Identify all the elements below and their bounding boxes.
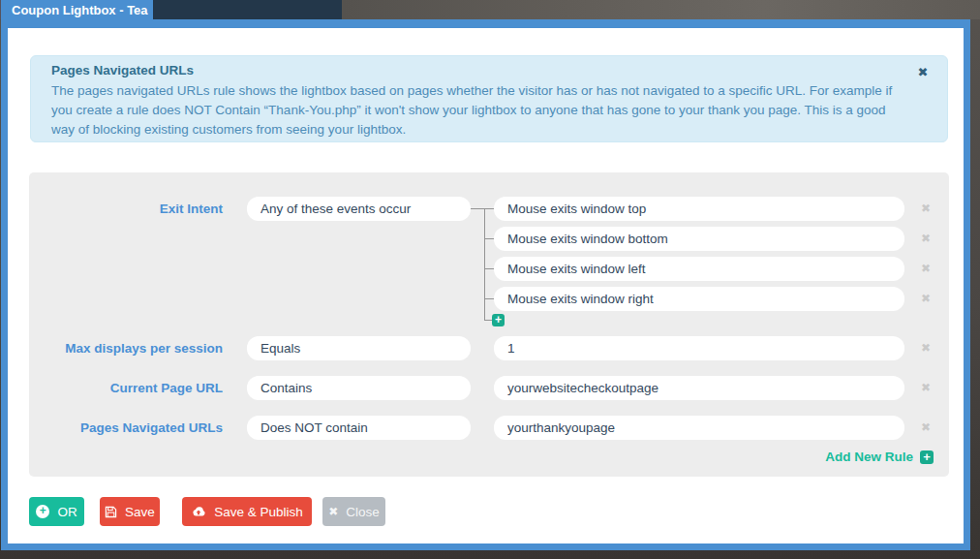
- add-new-rule-plus-icon: +: [920, 450, 934, 464]
- save-button[interactable]: Save: [100, 497, 160, 526]
- exit-event-input[interactable]: [494, 287, 904, 311]
- remove-event-icon[interactable]: ✖: [917, 260, 934, 277]
- remove-event-icon[interactable]: ✖: [917, 290, 934, 307]
- current-page-value-input[interactable]: [494, 376, 904, 400]
- rule-label-max-displays: Max displays per session: [29, 341, 223, 356]
- exit-intent-condition-input[interactable]: [247, 197, 471, 221]
- remove-rule-icon[interactable]: ✖: [917, 419, 934, 436]
- close-button-label: Close: [346, 505, 380, 519]
- alert-title: Pages Navigated URLs: [51, 63, 194, 78]
- exit-event-input[interactable]: [494, 257, 904, 281]
- floppy-disk-icon: [105, 506, 117, 518]
- pages-navigated-condition-input[interactable]: [247, 416, 471, 440]
- screen: Coupon Lightbox - Tea Pages Navigated UR…: [0, 0, 980, 559]
- close-x-icon: ✖: [328, 505, 338, 518]
- max-displays-condition-input[interactable]: [247, 336, 471, 360]
- modal-content: Pages Navigated URLs The pages navigated…: [0, 0, 980, 559]
- save-button-label: Save: [125, 505, 155, 519]
- rule-label-exit-intent: Exit Intent: [29, 202, 223, 216]
- remove-rule-icon[interactable]: ✖: [917, 379, 934, 396]
- tree-connector: [484, 208, 485, 320]
- tree-connector: [484, 268, 494, 269]
- current-page-condition-input[interactable]: [247, 376, 471, 400]
- remove-event-icon[interactable]: ✖: [917, 230, 934, 247]
- remove-rule-icon[interactable]: ✖: [917, 339, 934, 357]
- save-publish-button-label: Save & Publish: [214, 505, 303, 519]
- pages-navigated-value-input[interactable]: [494, 416, 904, 440]
- tree-connector: [484, 238, 494, 239]
- info-alert: Pages Navigated URLs The pages navigated…: [30, 55, 948, 142]
- add-event-button[interactable]: +: [492, 314, 505, 326]
- or-button-label: OR: [57, 505, 77, 519]
- plus-circle-icon: +: [36, 505, 49, 518]
- rule-label-pages-navigated: Pages Navigated URLs: [29, 420, 223, 435]
- alert-close-icon[interactable]: ✖: [914, 64, 932, 81]
- tree-connector: [471, 208, 494, 209]
- cloud-upload-icon: [191, 506, 206, 517]
- rule-label-current-page-url: Current Page URL: [29, 381, 223, 395]
- save-publish-button[interactable]: Save & Publish: [182, 497, 312, 526]
- close-button[interactable]: ✖ Close: [322, 497, 385, 526]
- tree-connector: [484, 320, 492, 321]
- rules-panel: Exit Intent ✖ ✖ ✖ ✖ + Max displays per s…: [29, 172, 949, 477]
- tree-connector: [484, 298, 494, 299]
- remove-event-icon[interactable]: ✖: [917, 200, 934, 217]
- add-new-rule-label: Add New Rule: [825, 450, 913, 464]
- exit-event-input[interactable]: [494, 227, 904, 251]
- alert-body: The pages navigated URLs rule shows the …: [51, 81, 902, 140]
- add-new-rule-link[interactable]: Add New Rule +: [825, 450, 934, 464]
- or-button[interactable]: + OR: [29, 497, 84, 526]
- exit-event-input[interactable]: [494, 197, 904, 221]
- max-displays-value-input[interactable]: [494, 336, 904, 360]
